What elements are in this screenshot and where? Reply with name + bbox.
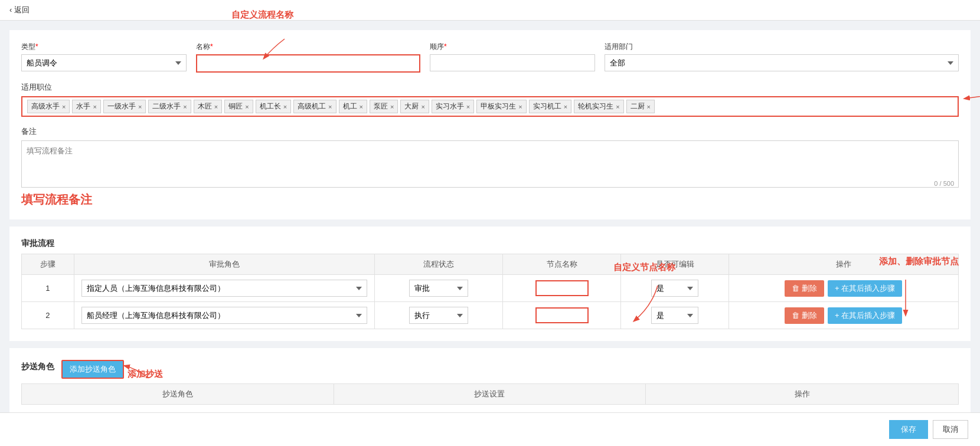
order-input[interactable]: 1 <box>430 54 595 71</box>
copy-col-role: 抄送角色 <box>22 384 334 404</box>
node-cell-1 <box>503 275 621 302</box>
col-action: 操作 <box>729 254 958 275</box>
copy-col-action: 操作 <box>646 384 958 404</box>
remark-textarea[interactable] <box>21 140 959 188</box>
table-row: 1 指定人员（上海互海信息科技有限公司） 审批 <box>22 275 959 302</box>
name-label: 名称* <box>196 42 420 52</box>
tag-senior-mechanic: 高级机工 × <box>293 100 336 113</box>
type-select[interactable]: 船员调令 <box>21 54 187 71</box>
bottom-bar: 保存 取消 <box>0 412 980 446</box>
tag-engine-trainee: 轮机实习生 × <box>574 100 623 113</box>
save-button[interactable]: 保存 <box>889 420 928 439</box>
tag-trainee-mechanic: 实习机工 × <box>529 100 571 113</box>
node-input-2[interactable] <box>535 307 589 323</box>
tag-1st-sailor: 一级水手 × <box>103 100 146 113</box>
role-cell-1: 指定人员（上海互海信息科技有限公司） <box>74 275 374 302</box>
copy-header: 抄送角色 添加抄送角色 添加抄送 <box>21 360 959 379</box>
status-cell-1: 审批 <box>375 275 503 302</box>
col-step: 步骤 <box>22 254 74 275</box>
copy-col-settings: 抄送设置 <box>334 384 646 404</box>
editable-select-1[interactable]: 是 <box>651 280 698 297</box>
tag-chef: 大厨 × <box>400 100 429 113</box>
type-label: 类型* <box>21 42 187 52</box>
delete-btn-2[interactable]: 🗑 删除 <box>785 307 824 324</box>
tag-trainee-sailor: 实习水手 × <box>432 100 474 113</box>
add-copy-button[interactable]: 添加抄送角色 <box>61 360 124 379</box>
role-select-1[interactable]: 指定人员（上海互海信息科技有限公司） <box>81 280 367 297</box>
delete-icon-2: 🗑 <box>792 311 799 320</box>
action-cell-1: 🗑 删除 + 在其后插入步骤 <box>729 275 958 302</box>
position-tag-container[interactable]: 高级水手 × 水手 × 一级水手 × 二级水手 × 木匠 × 铜匠 × 机工长 … <box>21 96 959 117</box>
back-button[interactable]: 返回 <box>9 5 30 14</box>
char-count: 0 / 500 <box>934 180 954 187</box>
editable-select-2[interactable]: 是 <box>651 307 698 324</box>
delete-btn-1[interactable]: 🗑 删除 <box>785 280 824 297</box>
editable-cell-1: 是 <box>621 275 729 302</box>
node-cell-2 <box>503 302 621 329</box>
role-cell-2: 船员经理（上海互海信息科技有限公司） <box>74 302 374 329</box>
col-node: 节点名称 <box>503 254 621 275</box>
name-input[interactable]: 船员调令无验收流程 <box>196 54 420 73</box>
copy-table-header: 抄送角色 抄送设置 操作 <box>21 383 959 405</box>
remark-label: 备注 <box>21 126 959 137</box>
col-status: 流程状态 <box>375 254 503 275</box>
approval-table: 步骤 审批角色 流程状态 节点名称 是否可编辑 操作 1 指定人员 <box>21 254 959 329</box>
tag-deck-trainee: 甲板实习生 × <box>476 100 526 113</box>
tag-coppersmith: 铜匠 × <box>224 100 253 113</box>
step-2: 2 <box>22 302 74 329</box>
tag-2nd-sailor: 二级水手 × <box>148 100 191 113</box>
action-cell-2: 🗑 删除 + 在其后插入步骤 <box>729 302 958 329</box>
copy-section-title: 抄送角色 <box>21 362 54 372</box>
annotation-add-copy: 添加抄送 <box>128 369 163 380</box>
tag-sailor: 水手 × <box>72 100 100 113</box>
annotation-remark: 填写流程备注 <box>21 192 959 208</box>
table-row: 2 船员经理（上海互海信息科技有限公司） 执行 <box>22 302 959 329</box>
tag-carpenter: 木匠 × <box>194 100 222 113</box>
role-select-2[interactable]: 船员经理（上海互海信息科技有限公司） <box>81 307 367 324</box>
delete-icon-1: 🗑 <box>792 284 799 293</box>
tag-pump: 泵匠 × <box>370 100 398 113</box>
approval-section-title: 审批流程 <box>21 238 959 249</box>
tag-senior-sailor: 高级水手 × <box>27 100 70 113</box>
tag-chief-mechanic: 机工长 × <box>256 100 291 113</box>
tag-mechanic: 机工 × <box>339 100 367 113</box>
col-role: 审批角色 <box>74 254 374 275</box>
node-input-1[interactable] <box>535 280 589 296</box>
dept-select[interactable]: 全部 <box>605 54 959 71</box>
cancel-button[interactable]: 取消 <box>933 420 968 439</box>
position-label: 适用职位 <box>21 82 959 93</box>
editable-cell-2: 是 <box>621 302 729 329</box>
status-select-1[interactable]: 审批 <box>409 280 468 297</box>
col-editable: 是否可编辑 <box>621 254 729 275</box>
insert-btn-1[interactable]: + 在其后插入步骤 <box>828 280 902 297</box>
tag-2nd-chef: 二厨 × <box>626 100 655 113</box>
dept-label: 适用部门 <box>605 42 959 52</box>
status-select-2[interactable]: 执行 <box>409 307 468 324</box>
step-1: 1 <box>22 275 74 302</box>
insert-btn-2[interactable]: + 在其后插入步骤 <box>828 307 902 324</box>
order-label: 顺序* <box>430 42 595 52</box>
status-cell-2: 执行 <box>375 302 503 329</box>
